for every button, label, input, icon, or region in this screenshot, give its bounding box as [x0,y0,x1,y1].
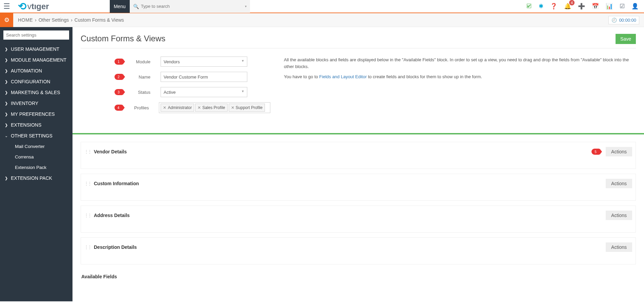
sidebar-subitem-corrensa[interactable]: Corrensa [3,152,69,162]
breadcrumb-level1[interactable]: Other Settings [39,17,69,23]
drag-handle-icon[interactable]: ⋮⋮ [84,245,91,250]
top-icon-bar: 🗹 ✱ ❓ 🔔4 ➕ 📅 📊 ☑ 👤 [526,3,644,10]
profiles-label: Profiles [125,105,149,110]
module-label: Module [125,59,150,64]
actions-button[interactable]: Actions [606,147,632,156]
hamburger-icon[interactable]: ☰ [0,0,13,13]
timer-value: 00:00:00 [619,18,636,23]
chevron-down-icon[interactable]: ▾ [245,4,247,8]
chevron-right-icon: ❯ [5,112,8,116]
divider [81,48,636,48]
block-title: Vendor Details [94,149,127,154]
calendar-icon[interactable]: 📅 [592,3,599,10]
sidebar-item-user-management[interactable]: ❯USER MANAGEMENT [3,44,69,55]
block-description-details: ⋮⋮ Description Details Actions [81,237,636,264]
callout-1: 1 [115,59,123,65]
name-input[interactable] [161,72,247,82]
main-content: Save Custom Forms & Views 1 Module Vendo… [72,27,644,301]
chevron-right-icon: ❯ [5,80,8,84]
breadcrumb-bar: ⚙ HOME › Other Settings › Custom Forms &… [0,13,644,27]
profiles-tagbox[interactable]: ✕Administrator ✕Sales Profile ✕Support P… [159,102,270,113]
block-title: Custom Information [94,181,139,186]
status-label: Status [125,90,150,95]
global-search[interactable]: 🔍 ▾ [130,0,250,13]
callout-5: 5 [591,149,600,155]
callout-3: 3 [115,89,123,95]
breadcrumb-home[interactable]: HOME [18,17,33,23]
block-address-details: ⋮⋮ Address Details Actions [81,206,636,233]
actions-button[interactable]: Actions [606,179,632,188]
app-logo[interactable]: ⟲ vtıger [13,0,54,12]
block-vendor-details: ⋮⋮ Vendor Details 5 Actions [81,142,636,169]
sidebar-item-module-management[interactable]: ❯MODULE MANAGEMENT [3,55,69,65]
chevron-right-icon: › [71,17,72,23]
global-search-input[interactable] [141,4,245,9]
fields-layout-editor-link[interactable]: Fields and Layout Editor [319,74,367,79]
module-select[interactable]: Vendors [161,57,247,67]
actions-button[interactable]: Actions [606,242,632,252]
sidebar-subitem-extension-pack[interactable]: Extension Pack [3,162,69,173]
apps-icon[interactable]: ✱ [539,3,543,10]
chevron-right-icon: ❯ [5,176,8,180]
chevron-right-icon: ❯ [5,101,8,106]
close-icon[interactable]: ✕ [231,105,234,110]
plus-icon[interactable]: ➕ [578,3,585,10]
sidebar-item-extensions[interactable]: ❯EXTENSIONS [3,120,69,130]
breadcrumb: HOME › Other Settings › Custom Forms & V… [18,17,124,23]
bell-icon[interactable]: 🔔4 [564,3,571,10]
chevron-right-icon: ❯ [5,58,8,62]
drag-handle-icon[interactable]: ⋮⋮ [84,181,91,186]
sidebar-item-other-settings[interactable]: ⌄OTHER SETTINGS [3,130,69,141]
status-select[interactable]: Active [161,87,247,97]
chevron-down-icon: ⌄ [5,134,8,138]
help-icon[interactable]: ❓ [550,3,557,10]
chart-icon[interactable]: 📊 [606,3,613,10]
sidebar-item-configuration[interactable]: ❯CONFIGURATION [3,76,69,87]
user-icon[interactable]: 👤 [631,3,639,10]
block-custom-information: ⋮⋮ Custom Information Actions [81,174,636,201]
notification-badge: 4 [569,0,575,5]
sidebar-subitem-mail-converter[interactable]: Mail Converter [3,141,69,152]
task-check-icon[interactable]: ☑ [620,3,625,10]
clock-icon: 🕘 [611,18,617,23]
callout-2: 2 [115,74,123,80]
timer[interactable]: 🕘 00:00:00 [608,16,639,24]
form-panel: 1 Module Vendors 2 Name 3 Status Active … [81,57,270,118]
chevron-right-icon: › [35,17,37,23]
settings-gear-icon[interactable]: ⚙ [0,13,13,27]
chevron-right-icon: ❯ [5,69,8,73]
chevron-right-icon: ❯ [5,47,8,51]
sidebar-item-marketing-sales[interactable]: ❯MARKETING & SALES [3,87,69,98]
breadcrumb-level2: Custom Forms & Views [75,17,124,23]
chevron-right-icon: ❯ [5,90,8,95]
top-bar: ☰ ⟲ vtıger Menu 🔍 ▾ 🗹 ✱ ❓ 🔔4 ➕ 📅 📊 ☑ 👤 [0,0,644,13]
save-button[interactable]: Save [616,34,636,44]
available-fields-heading: Available Fields [81,269,636,279]
sidebar: ❯USER MANAGEMENT ❯MODULE MANAGEMENT ❯AUT… [0,27,72,301]
actions-button[interactable]: Actions [606,211,632,220]
name-label: Name [125,74,150,80]
chevron-right-icon: ❯ [5,123,8,127]
drag-handle-icon[interactable]: ⋮⋮ [84,213,91,218]
sidebar-item-my-preferences[interactable]: ❯MY PREFERENCES [3,109,69,120]
section-separator [72,133,644,134]
block-title: Address Details [94,213,130,218]
close-icon[interactable]: ✕ [163,105,166,110]
sidebar-search-input[interactable] [3,30,69,40]
sidebar-item-extension-pack[interactable]: ❯EXTENSION PACK [3,173,69,184]
block-title: Description Details [94,244,137,250]
drag-handle-icon[interactable]: ⋮⋮ [84,149,91,154]
callout-4: 4 [115,105,122,111]
page-title: Custom Forms & Views [81,34,636,43]
close-icon[interactable]: ✕ [198,105,201,110]
profile-tag[interactable]: ✕Administrator [161,104,194,112]
help-text: All the available blocks and fields are … [284,57,636,118]
profile-tag[interactable]: ✕Support Profile [229,104,265,112]
sidebar-item-automation[interactable]: ❯AUTOMATION [3,65,69,76]
calendar-check-icon[interactable]: 🗹 [526,3,532,10]
search-icon: 🔍 [133,4,139,9]
profile-tag[interactable]: ✕Sales Profile [195,104,227,112]
sidebar-item-inventory[interactable]: ❯INVENTORY [3,98,69,109]
menu-button[interactable]: Menu [110,0,130,13]
